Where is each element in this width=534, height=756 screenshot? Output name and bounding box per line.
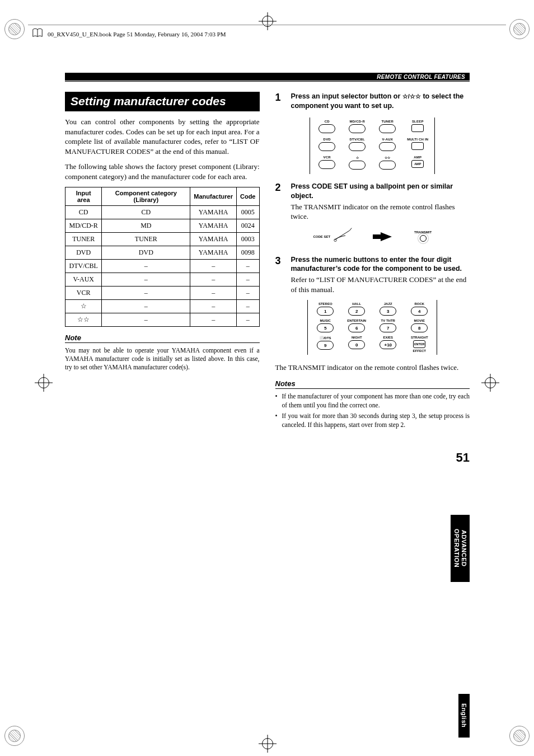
table-cell: – xyxy=(102,273,190,287)
step-3: 3 Press the numeric buttons to enter the… xyxy=(275,255,470,295)
codeset-label: CODE SET xyxy=(313,235,330,238)
remote-button: STRAIGHTENTEREFFECT xyxy=(405,336,433,353)
step-text: The TRANSMIT indicator on the remote con… xyxy=(275,363,470,373)
table-header: Manufacturer xyxy=(190,187,237,206)
table-cell: – xyxy=(102,260,190,273)
step-number: 1 xyxy=(275,92,285,112)
table-row: TUNERTUNERYAMAHA0003 xyxy=(65,233,260,246)
table-cell: 0098 xyxy=(236,246,259,260)
registration-mark-icon xyxy=(509,19,530,39)
table-cell: YAMAHA xyxy=(190,206,237,219)
table-cell: YAMAHA xyxy=(190,219,237,233)
table-cell: – xyxy=(102,300,190,313)
page-number: 51 xyxy=(456,450,470,465)
step-text: The TRANSMIT indicator on the remote con… xyxy=(291,202,470,222)
divider xyxy=(275,388,470,389)
section-heading: Setting manufacturer codes xyxy=(65,92,260,111)
table-row: VCR––– xyxy=(65,287,260,300)
list-item: If the manufacturer of your component ha… xyxy=(275,392,470,410)
table-row: ☆––– xyxy=(65,300,260,313)
table-header: Component category (Library) xyxy=(102,187,190,206)
book-icon xyxy=(31,27,44,39)
remote-button: JAZZ3 xyxy=(374,302,402,318)
list-item: If you wait for more than 30 seconds dur… xyxy=(275,412,470,429)
table-cell: – xyxy=(190,260,237,273)
table-cell: – xyxy=(236,273,259,287)
remote-button: MD/CD-R xyxy=(345,120,369,135)
remote-button: SLEEP xyxy=(405,120,430,135)
table-cell: CD xyxy=(65,206,102,219)
header-rule xyxy=(28,25,506,25)
table-row: V-AUX––– xyxy=(65,273,260,287)
table-row: ☆☆––– xyxy=(65,313,260,327)
table-cell: CD xyxy=(102,206,190,219)
table-cell: TUNER xyxy=(102,233,190,246)
pen-icon xyxy=(332,227,358,246)
step-2: 2 Press CODE SET using a ballpoint pen o… xyxy=(275,182,470,222)
remote-button: EX/ES+10 xyxy=(374,336,402,353)
remote-button: MUSIC5 xyxy=(311,319,339,335)
table-cell: YAMAHA xyxy=(190,246,237,260)
remote-button: ☆ xyxy=(345,156,369,172)
remote-button: DVD xyxy=(315,138,339,153)
remote-button: AMPAMP xyxy=(405,156,430,172)
table-cell: MD xyxy=(102,219,190,233)
table-cell: – xyxy=(236,260,259,273)
file-header: 00_RXV450_U_EN.book Page 51 Monday, Febr… xyxy=(48,31,226,37)
divider xyxy=(65,342,260,343)
codes-table: Input area Component category (Library) … xyxy=(65,187,260,327)
side-tab-english: English xyxy=(458,694,470,738)
remote-button: DTV/CBL xyxy=(345,138,369,153)
remote-button: ENTERTAIN6 xyxy=(343,319,371,335)
remote-button: CD xyxy=(315,120,339,135)
table-cell: – xyxy=(102,287,190,300)
transmit-indicator-icon: TRANSMIT xyxy=(414,231,432,243)
remote-button: V-AUX xyxy=(375,138,400,153)
remote-button: MULTI CH IN xyxy=(405,138,430,153)
table-row: CDCDYAMAHA0005 xyxy=(65,206,260,219)
table-cell: V-AUX xyxy=(65,273,102,287)
table-cell: MD/CD-R xyxy=(65,219,102,233)
registration-mark-icon xyxy=(4,19,25,39)
table-row: MD/CD-RMDYAMAHA0024 xyxy=(65,219,260,233)
remote-button: STEREO1 xyxy=(311,302,339,318)
table-cell: VCR xyxy=(65,287,102,300)
notes-list: If the manufacturer of your component ha… xyxy=(275,392,470,429)
divider xyxy=(65,81,470,82)
registration-mark-icon xyxy=(509,726,530,746)
step-number: 3 xyxy=(275,255,285,295)
table-header: Input area xyxy=(65,187,102,206)
remote-button: VCR xyxy=(315,156,339,172)
table-cell: – xyxy=(190,313,237,327)
side-tab-advanced: ADVANCEDOPERATION xyxy=(451,515,470,582)
crop-mark-icon xyxy=(259,735,277,753)
remote-button: ROCK4 xyxy=(405,302,433,318)
table-cell: – xyxy=(236,313,259,327)
table-cell: 0024 xyxy=(236,219,259,233)
section-bar: REMOTE CONTROL FEATURES xyxy=(65,73,470,81)
table-row: DVDDVDYAMAHA0098 xyxy=(65,246,260,260)
table-header: Code xyxy=(236,187,259,206)
remote-button: ⬜/DTS9 xyxy=(311,336,339,353)
input-selector-diagram: CDMD/CD-RTUNERSLEEPDVDDTV/CBLV-AUXMULTI … xyxy=(275,118,470,174)
table-cell: ☆☆ xyxy=(65,313,102,327)
table-cell: DVD xyxy=(65,246,102,260)
crop-mark-icon xyxy=(481,374,499,392)
step-title: Press the numeric buttons to enter the f… xyxy=(291,255,470,274)
table-cell: 0005 xyxy=(236,206,259,219)
step-1: 1 Press an input selector button or ☆/☆☆… xyxy=(275,92,470,112)
table-cell: DVD xyxy=(102,246,190,260)
notes-label: Notes xyxy=(275,378,297,389)
step-number: 2 xyxy=(275,182,285,222)
intro-paragraph: The following table shows the factory pr… xyxy=(65,162,260,181)
table-row: DTV/CBL––– xyxy=(65,260,260,273)
codeset-diagram: CODE SET TRANSMIT xyxy=(275,227,470,246)
table-cell: – xyxy=(102,313,190,327)
arrow-right-icon xyxy=(381,232,392,241)
registration-mark-icon xyxy=(4,726,25,746)
remote-button: MOVIE8 xyxy=(405,319,433,335)
crop-mark-icon xyxy=(259,12,277,30)
remote-button: NIGHT0 xyxy=(343,336,371,353)
table-cell: – xyxy=(190,273,237,287)
table-cell: ☆ xyxy=(65,300,102,313)
